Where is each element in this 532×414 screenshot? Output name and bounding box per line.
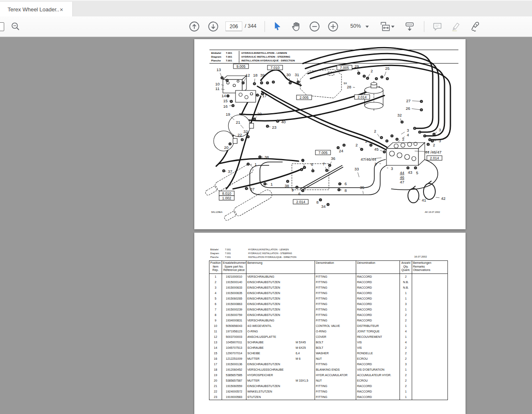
- page-down-icon: [208, 21, 219, 32]
- diagram-callout: 23: [272, 125, 277, 130]
- page2-header-num-en: 7.001: [225, 252, 231, 255]
- page2-header-num-de: 7.001: [225, 248, 231, 251]
- hand-icon: [291, 21, 302, 32]
- fill-sign-button[interactable]: [469, 21, 481, 32]
- diagram-callout: 1: [270, 182, 273, 186]
- diagram-callout: 10: [215, 82, 220, 86]
- page2-header-num-fr: 7.001: [225, 256, 231, 258]
- diagram-callout: 30: [286, 72, 291, 77]
- diagram-callout: 28: [347, 85, 352, 89]
- page2-header-title-de: HYDRAULIKINSTALLATION - LENKEN: [248, 248, 289, 251]
- table-row: 91934000831VERSCHRAUBUNGFITTINGRACCORD2: [209, 318, 447, 323]
- highlighter-icon: [450, 21, 461, 32]
- table-row: 111971956123O-RINGO-RINGJOINT TORIQUE4: [209, 329, 447, 334]
- table-row: 171915000136EINSCHRAUBSTUTZENFITTINGRACC…: [209, 361, 447, 367]
- diagram-callout: 8: [344, 188, 347, 193]
- diagram-callout: 26: [406, 106, 410, 111]
- page2-header-label-fr: Planche: [210, 256, 219, 258]
- table-row: 181912060452VERSCHLUSSSCHRAUBEBLANKING E…: [209, 367, 447, 372]
- diagram-callout: 25: [385, 66, 390, 71]
- diagram-callout: 2: [433, 143, 435, 147]
- minus-circle-icon: [309, 21, 320, 32]
- hydraulic-diagram: 131218393031292251011sx28141516171920214…: [194, 39, 466, 229]
- diagram-callout: 29: [355, 64, 359, 69]
- sidebar-toggle-icon[interactable]: [0, 22, 4, 31]
- zoom-in-button[interactable]: [327, 21, 339, 32]
- drawing-date: AK 16.07.2002: [425, 211, 440, 213]
- diagram-callout: 33: [355, 167, 359, 171]
- parts-table: Position Item Rep. Ersatzteilnummer Spar…: [209, 260, 448, 400]
- diagram-callout: 2: [374, 129, 376, 133]
- table-row: 51915060265EINSCHRAUBSTUTZENFITTINGRACCO…: [209, 296, 447, 301]
- next-page-button[interactable]: [207, 21, 219, 32]
- table-row: 71915000239EINSCHRAUBSTUTZENFITTINGRACCO…: [209, 307, 447, 312]
- table-row: 195385657585HYDROSPEICHERHYDR.ACCUMULATO…: [209, 372, 447, 378]
- fountain-pen-icon: [469, 21, 480, 32]
- hand-tool-button[interactable]: [291, 21, 302, 32]
- diagram-callout: 12: [246, 73, 250, 77]
- highlight-button[interactable]: [450, 21, 462, 32]
- table-row: 41915000635EINSCHRAUBSTUTZENFITTINGRACCO…: [209, 290, 447, 296]
- comment-bubble-icon: [432, 21, 443, 32]
- diagram-callout: 11: [215, 86, 220, 91]
- table-row: 231919000583STUTZENFITTINGRACCORD1: [209, 394, 447, 400]
- diagram-callout: 41: [422, 198, 426, 202]
- zoom-out-button[interactable]: [309, 21, 320, 32]
- diagram-callout: 45: [374, 147, 379, 151]
- select-tool-button[interactable]: [272, 21, 283, 32]
- diagram-callout: 2: [402, 137, 404, 141]
- toolbar-separator: [424, 21, 424, 32]
- document-tab[interactable]: Terex Wheel Loader... ×: [0, 2, 73, 17]
- diagram-callout: 1: [254, 162, 257, 167]
- page-up-icon: [189, 21, 200, 32]
- page2-header-title-fr: INSTALLATION HYDRAULIQUE - DIRECTION: [248, 256, 296, 258]
- diagram-callout: 2: [365, 139, 367, 143]
- diagram-callout: 20: [224, 145, 229, 150]
- cursor-arrow-icon: [273, 21, 283, 32]
- diagram-callout: 44 /46/47: [425, 150, 442, 154]
- page-fit-button[interactable]: [379, 21, 391, 32]
- callout-numbers: 131218393031292251011sx28141516171920214…: [215, 64, 446, 209]
- tab-close-icon[interactable]: ×: [60, 7, 63, 13]
- diagram-callout: 20: [257, 111, 262, 116]
- search-icon: [11, 21, 21, 32]
- diagram-ref-box-label: 2.005: [299, 96, 309, 100]
- diagram-callout: 18: [253, 73, 258, 77]
- diagram-callout: 6: [298, 191, 300, 196]
- page-count-label: / 344: [245, 23, 257, 29]
- page-number-input[interactable]: [225, 21, 242, 31]
- diagram-callout: 35: [360, 185, 365, 190]
- table-row: 125003700003ANSCHLUSSPLATTECOVERRECOUVRE…: [209, 334, 447, 340]
- table-row: 81915000759EINSCHRAUBSTUTZENFITTINGRACCO…: [209, 312, 447, 318]
- diagram-ref-box-label: 2.014: [430, 156, 439, 160]
- table-row: 141045707513SCHRAUBEM 6X25BOLTVIS2: [209, 345, 447, 350]
- diagram-callout: 32: [397, 113, 402, 117]
- table-row: 211915060559EINSCHRAUBSTUTZENFITTINGRACC…: [209, 383, 447, 389]
- previous-page-button[interactable]: [188, 21, 200, 32]
- scrolling-mode-button[interactable]: [404, 21, 416, 32]
- diagram-callout: 3: [439, 138, 441, 143]
- diagram-callout: 42: [441, 196, 446, 201]
- diagram-callout: 44: [400, 170, 405, 175]
- diagram-ref-box-label: 7.005: [318, 151, 328, 155]
- diagram-callout: 47: [400, 180, 405, 184]
- parts-table-header: Position Item Rep. Ersatzteilnummer Spar…: [209, 261, 447, 274]
- fit-width-icon: [380, 21, 391, 32]
- find-button[interactable]: [10, 21, 21, 32]
- zoom-level-value: 50%: [350, 23, 361, 29]
- page2-date: 16.07.2002: [414, 255, 427, 258]
- table-row: 61915000863EINSCHRAUBSTUTZENFITTINGRACCO…: [209, 301, 447, 307]
- diagram-callout: 8: [316, 200, 318, 204]
- chevron-down-icon: [391, 26, 394, 28]
- table-row: 205385657587MUTTERM 33X1,5NUTECROU2: [209, 378, 447, 383]
- diagram-callout: 37: [228, 169, 233, 174]
- diagram-ref-box-label: 7.010: [270, 66, 280, 70]
- valve-manifold: [386, 143, 425, 149]
- diagram-callout: 6: [344, 181, 347, 186]
- pdf-page-diagram: Bildtafel 7.001 HYDRAULIKINSTALLATION - …: [194, 39, 466, 229]
- diagram-callout: 37: [250, 187, 255, 191]
- diagram-callout: 32: [244, 129, 248, 134]
- diagram-ref-box-label: 8.010: [222, 191, 231, 196]
- comment-button[interactable]: [431, 21, 443, 32]
- table-row: 11921000010VERSCHRAUBUNGFITTINGRACCORD2: [209, 274, 447, 279]
